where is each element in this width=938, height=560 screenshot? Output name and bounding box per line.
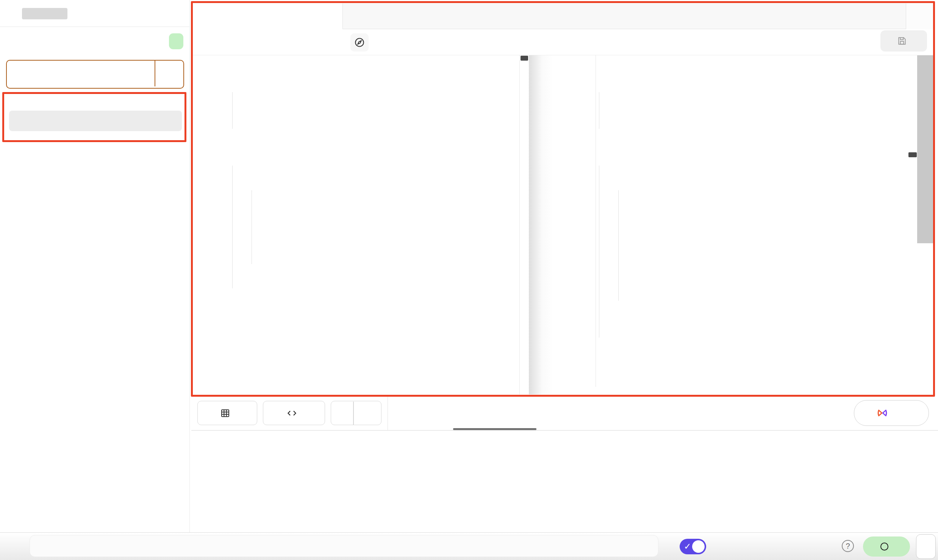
lint-button[interactable] [331,401,381,425]
table-icon [220,408,230,418]
git-branch-icon [9,7,23,21]
save-icon [897,36,907,46]
chevron-up-icon[interactable] [9,539,20,550]
defer-toggle[interactable]: ✓ [680,539,706,554]
lineage-button[interactable] [350,33,369,52]
changed-file-row[interactable] [9,111,182,131]
code-icon [287,408,297,418]
compile-button[interactable] [263,401,325,425]
lineage-icon [354,37,365,48]
chevron-down-icon [9,189,18,198]
divider [388,397,388,430]
discard-change-icon[interactable] [149,115,161,127]
toggle-knob [692,540,705,553]
pane-border [519,55,520,394]
status-bar: ✓ ? [0,532,938,560]
chevron-down-icon[interactable] [164,69,174,79]
pane-divider[interactable] [529,55,553,394]
breadcrumb-row [193,29,935,55]
copy-icon[interactable] [170,7,183,20]
active-tab-underline [453,428,536,430]
indent-guide [599,92,599,129]
compiled-code-empty-state [192,436,938,449]
indent-guide [599,166,599,338]
copilot-icon [877,407,888,419]
tab-stg-order-items[interactable] [193,3,343,29]
check-icon: ✓ [684,541,691,552]
tab-compiled-code[interactable] [453,397,536,430]
dbt-cloud-ide: ✓ ? [0,0,938,560]
scrollbar-track[interactable] [917,55,935,243]
indent-guide [618,190,619,301]
status-badge[interactable] [863,537,910,557]
divider [0,27,189,27]
search-icon[interactable] [170,188,182,200]
more-button[interactable] [916,534,936,559]
chevron-down-icon[interactable] [359,408,368,418]
model-icon [17,116,27,126]
version-control-header[interactable] [9,34,23,43]
ready-circle-icon [880,543,888,551]
help-icon[interactable]: ? [842,540,854,552]
indent-guide [252,190,252,264]
dbt-copilot-button[interactable] [854,400,929,426]
gutter-border [596,55,596,387]
save-button[interactable] [880,30,927,52]
changes-count-badge [169,33,183,49]
tab-results[interactable] [403,397,450,430]
preview-button[interactable] [197,401,257,425]
divider [353,402,354,425]
chevron-down-icon [9,34,18,43]
left-scrollbar-thumb[interactable] [521,56,528,61]
commit-icon [18,70,36,78]
chevron-down-icon [897,408,906,418]
indent-guide [232,92,233,129]
commit-and-resolve-button[interactable] [6,60,184,89]
new-tab-button[interactable] [906,3,935,29]
right-scrollbar-thumb[interactable] [908,152,917,157]
branch-name-redacted [22,8,67,19]
annotation-box-editor [191,1,935,397]
divider [155,61,155,86]
sidebar [0,0,190,532]
file-explorer-header[interactable] [9,189,23,198]
results-toolbar [191,397,938,431]
command-input[interactable] [30,535,658,557]
indent-guide [232,166,233,288]
